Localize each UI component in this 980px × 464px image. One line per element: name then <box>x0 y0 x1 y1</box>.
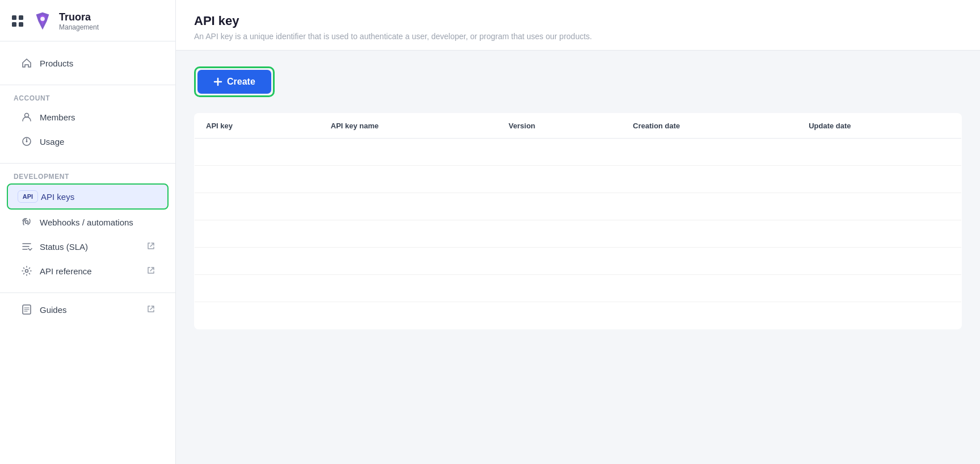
sidebar-item-webhooks[interactable]: Webhooks / automations <box>7 210 169 234</box>
logo-icon <box>32 10 53 32</box>
svg-rect-2 <box>12 22 16 27</box>
guides-external-icon <box>147 305 155 315</box>
home-icon <box>20 57 33 69</box>
col-api-key: API key <box>195 114 319 139</box>
divider-3 <box>0 292 175 293</box>
members-icon <box>20 111 33 123</box>
sidebar-item-api-reference[interactable]: API reference <box>7 259 169 283</box>
webhooks-icon <box>20 216 33 228</box>
usage-icon <box>20 135 33 148</box>
table-row <box>195 248 962 275</box>
grid-menu-icon[interactable] <box>11 15 24 27</box>
api-keys-icon: API <box>22 190 34 203</box>
brand-subtitle: Management <box>59 23 99 31</box>
sidebar-item-members-label: Members <box>40 112 75 122</box>
divider-2 <box>0 163 175 164</box>
svg-rect-0 <box>12 15 16 20</box>
nav-section-products: Products <box>0 51 175 80</box>
status-external-icon <box>147 242 155 252</box>
sidebar-item-usage-label: Usage <box>40 137 64 147</box>
svg-rect-3 <box>19 22 23 27</box>
sidebar-item-usage[interactable]: Usage <box>7 129 169 153</box>
create-button[interactable]: Create <box>197 70 271 94</box>
svg-point-7 <box>26 141 28 143</box>
sidebar-item-guides-label: Guides <box>40 305 67 315</box>
table-header-row: API key API key name Version Creation da… <box>195 114 962 139</box>
api-keys-table: API key API key name Version Creation da… <box>194 113 962 329</box>
svg-point-12 <box>26 270 28 273</box>
api-reference-icon <box>20 265 33 277</box>
create-button-label: Create <box>227 77 255 87</box>
plus-icon <box>213 77 222 86</box>
guides-icon <box>20 303 33 316</box>
nav-section-development: Development API API keys Webhooks / auto… <box>0 168 175 288</box>
sidebar-item-webhooks-label: Webhooks / automations <box>40 218 133 227</box>
table-row <box>195 275 962 302</box>
col-creation-date: Creation date <box>621 114 797 139</box>
api-reference-external-icon <box>147 266 155 276</box>
sidebar-item-api-keys-label: API keys <box>41 192 74 202</box>
table-row <box>195 166 962 193</box>
account-section-label: Account <box>0 90 175 104</box>
table-row <box>195 302 962 329</box>
sidebar-item-status[interactable]: Status (SLA) <box>7 235 169 258</box>
divider-1 <box>0 85 175 85</box>
create-button-highlight: Create <box>194 66 275 97</box>
page-body: Create API key API key name Version <box>176 51 980 464</box>
svg-point-8 <box>26 221 28 224</box>
col-api-key-name: API key name <box>319 114 498 139</box>
sidebar-item-api-keys[interactable]: API API keys <box>7 183 169 210</box>
sidebar-item-products[interactable]: Products <box>7 51 169 75</box>
table-row <box>195 220 962 248</box>
table-header: API key API key name Version Creation da… <box>195 114 962 139</box>
col-update-date: Update date <box>797 114 961 139</box>
sidebar-nav: Products Account Members <box>0 41 175 336</box>
development-section-label: Development <box>0 168 175 183</box>
sidebar: Truora Management Products Account <box>0 0 176 464</box>
brand-text: Truora Management <box>59 11 99 31</box>
sidebar-item-guides[interactable]: Guides <box>7 298 169 321</box>
svg-point-4 <box>40 16 45 21</box>
page-header: API key An API key is a unique identifie… <box>176 0 980 51</box>
status-icon <box>20 240 33 253</box>
col-version: Version <box>497 114 621 139</box>
table-body <box>195 139 962 329</box>
page-subtitle: An API key is a unique identifier that i… <box>194 32 962 41</box>
sidebar-item-status-label: Status (SLA) <box>40 242 88 252</box>
main-content: API key An API key is a unique identifie… <box>176 0 980 464</box>
brand-name: Truora <box>59 11 99 23</box>
sidebar-item-api-reference-label: API reference <box>40 266 92 276</box>
page-title: API key <box>194 14 962 28</box>
nav-section-guides: Guides <box>0 298 175 327</box>
table-row <box>195 139 962 166</box>
sidebar-header: Truora Management <box>0 0 175 41</box>
nav-section-account: Account Members Us <box>0 90 175 158</box>
svg-rect-1 <box>19 15 23 20</box>
table-row <box>195 193 962 220</box>
sidebar-item-members[interactable]: Members <box>7 105 169 129</box>
sidebar-item-products-label: Products <box>40 58 73 68</box>
